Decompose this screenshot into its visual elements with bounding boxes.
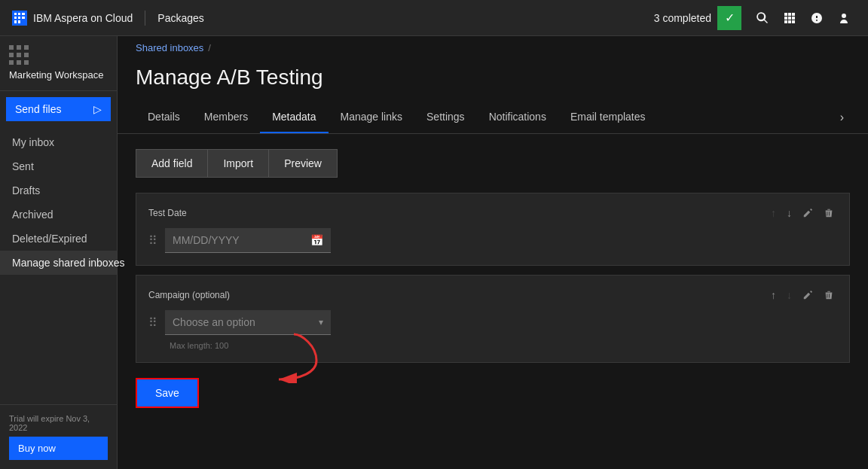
completed-text: 3 completed [654, 12, 711, 24]
action-buttons: Add field Import Preview [136, 149, 850, 178]
tab-email-templates[interactable]: Email templates [558, 102, 658, 133]
save-area: Save [136, 372, 850, 414]
field-card-header-campaign: Campaign (optional) ↑ ↓ [148, 288, 837, 303]
sidebar-nav: My inbox Sent Drafts Archived Deleted/Ex… [0, 127, 117, 278]
sidebar-item-drafts[interactable]: Drafts [0, 178, 117, 203]
tab-manage-links[interactable]: Manage links [329, 102, 415, 133]
tab-details[interactable]: Details [136, 102, 192, 133]
buy-now-button[interactable]: Buy now [9, 437, 108, 460]
preview-button[interactable]: Preview [268, 149, 338, 178]
import-button[interactable]: Import [207, 149, 268, 178]
content-area: Shared inboxes / Manage A/B Testing Deta… [118, 36, 868, 469]
svg-rect-1 [18, 13, 20, 15]
svg-rect-7 [18, 20, 20, 23]
page-content: Add field Import Preview Test Date ↑ ↓ [118, 134, 868, 469]
date-input-test-date[interactable]: MM/DD/YYYY 📅 [165, 228, 331, 253]
field-down-button-test-date[interactable]: ↓ [784, 206, 795, 221]
tab-members[interactable]: Members [192, 102, 260, 133]
field-actions-test-date: ↑ ↓ [768, 206, 837, 221]
svg-rect-15 [788, 20, 791, 23]
field-delete-button-test-date[interactable] [821, 206, 837, 220]
grid-button[interactable] [778, 6, 802, 30]
date-placeholder: MM/DD/YYYY [173, 234, 240, 246]
help-button[interactable] [805, 6, 829, 30]
sidebar-item-sent[interactable]: Sent [0, 154, 117, 178]
breadcrumb: Shared inboxes / [118, 36, 868, 59]
page-header: Manage A/B Testing [118, 59, 868, 102]
svg-rect-16 [792, 20, 795, 23]
svg-rect-13 [792, 17, 795, 20]
tab-settings[interactable]: Settings [414, 102, 477, 133]
user-button[interactable] [832, 6, 856, 30]
field-delete-button-campaign[interactable] [821, 288, 837, 302]
calendar-icon: 📅 [310, 234, 323, 246]
tabs-chevron-icon[interactable]: › [834, 111, 850, 124]
field-card-test-date: Test Date ↑ ↓ [136, 193, 850, 266]
sidebar-item-archived[interactable]: Archived [0, 203, 117, 227]
brand-text: IBM Aspera on Cloud [33, 12, 133, 24]
field-down-button-campaign[interactable]: ↓ [784, 288, 795, 303]
brand-divider [145, 11, 145, 26]
drag-handle-campaign[interactable]: ⠿ [148, 315, 156, 330]
field-edit-button-campaign[interactable] [799, 288, 816, 302]
field-label-campaign: Campaign (optional) [148, 290, 230, 300]
tabs-bar: Details Members Metadata Manage links Se… [118, 102, 868, 134]
breadcrumb-parent[interactable]: Shared inboxes [136, 42, 203, 53]
svg-rect-2 [22, 13, 25, 15]
field-up-button-test-date[interactable]: ↑ [768, 206, 779, 221]
svg-rect-4 [18, 17, 20, 19]
svg-rect-5 [22, 17, 25, 19]
save-button[interactable]: Save [136, 378, 199, 408]
sidebar: Marketing Workspace Send files ▷ My inbo… [0, 36, 118, 469]
svg-rect-14 [784, 20, 787, 23]
svg-rect-11 [784, 17, 787, 20]
tab-metadata[interactable]: Metadata [260, 102, 328, 133]
breadcrumb-separator: / [208, 42, 211, 53]
sidebar-item-deleted-expired[interactable]: Deleted/Expired [0, 227, 117, 251]
svg-rect-6 [14, 20, 17, 23]
workspace-name: Marketing Workspace [9, 69, 108, 81]
chevron-down-icon: ▾ [319, 317, 323, 327]
drag-handle-test-date[interactable]: ⠿ [148, 233, 156, 248]
trial-text: Trial will expire Nov 3, 2022 [9, 414, 108, 432]
field-actions-campaign: ↑ ↓ [768, 288, 837, 303]
svg-rect-3 [14, 17, 17, 19]
sidebar-bottom: Trial will expire Nov 3, 2022 Buy now [0, 404, 117, 469]
svg-rect-10 [792, 13, 795, 16]
topbar-left: IBM Aspera on Cloud Packages [12, 11, 204, 26]
send-arrow-icon: ▷ [93, 103, 102, 115]
sidebar-item-my-inbox[interactable]: My inbox [0, 130, 117, 154]
send-files-label: Send files [15, 103, 61, 115]
svg-rect-9 [788, 13, 791, 16]
field-input-row-test-date: ⠿ MM/DD/YYYY 📅 [148, 228, 837, 253]
brand: IBM Aspera on Cloud [12, 11, 133, 26]
topbar-right: 3 completed ✓ [654, 6, 856, 30]
completed-badge: 3 completed ✓ [654, 6, 741, 30]
brand-logo [12, 11, 27, 26]
field-up-button-campaign[interactable]: ↑ [768, 288, 779, 303]
field-edit-button-test-date[interactable] [799, 206, 816, 220]
main-layout: Marketing Workspace Send files ▷ My inbo… [0, 36, 868, 469]
field-label-test-date: Test Date [148, 208, 187, 218]
svg-rect-8 [784, 13, 787, 16]
workspace-icon [9, 45, 30, 66]
sidebar-item-manage-shared-inboxes[interactable]: Manage shared inboxes [0, 251, 117, 275]
page-title: Manage A/B Testing [136, 65, 323, 90]
topbar: IBM Aspera on Cloud Packages 3 completed… [0, 0, 868, 36]
sidebar-brand-area: Marketing Workspace [0, 36, 117, 91]
select-placeholder: Choose an option [173, 316, 255, 328]
tab-notifications[interactable]: Notifications [477, 102, 558, 133]
svg-rect-12 [788, 17, 791, 20]
svg-rect-0 [14, 13, 17, 15]
add-field-button[interactable]: Add field [136, 149, 207, 178]
send-files-button[interactable]: Send files ▷ [6, 97, 111, 121]
field-card-header-test-date: Test Date ↑ ↓ [148, 206, 837, 221]
search-button[interactable] [750, 6, 775, 30]
check-green-icon: ✓ [717, 6, 741, 30]
packages-link[interactable]: Packages [157, 12, 203, 24]
red-arrow-icon [234, 330, 324, 383]
